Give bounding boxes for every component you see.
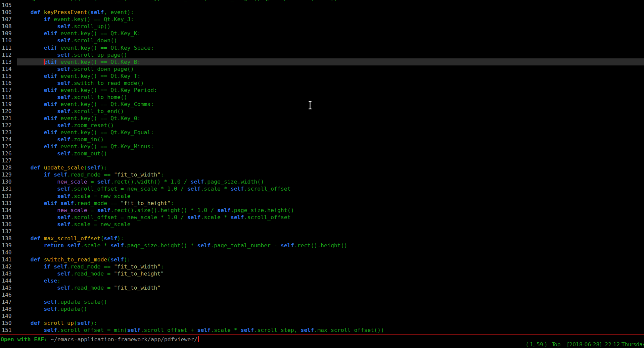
line-number: 144 bbox=[0, 277, 17, 284]
line-number: 143 bbox=[0, 270, 17, 277]
code-text: def scroll_up(self): bbox=[17, 320, 97, 326]
code-text: new_scale = self.rect().width() * 1.0 / … bbox=[17, 179, 264, 185]
code-line[interactable]: 149 bbox=[0, 312, 644, 319]
line-number: 145 bbox=[0, 284, 17, 291]
code-line[interactable]: 128 def update_scale(self): bbox=[0, 164, 644, 171]
code-line[interactable]: 138 def max_scroll_offset(self): bbox=[0, 235, 644, 242]
code-line[interactable]: 109 elif event.key() == Qt.Key_K: bbox=[0, 30, 644, 37]
minibuffer-cursor bbox=[198, 336, 199, 342]
code-line[interactable]: 117 elif event.key() == Qt.Key_Period: bbox=[0, 87, 644, 94]
line-number: 126 bbox=[0, 150, 17, 157]
line-number: 123 bbox=[0, 129, 17, 136]
code-line[interactable]: 124 self.zoom_in() bbox=[0, 136, 644, 143]
code-line[interactable]: 144 else: bbox=[0, 277, 644, 284]
code-line[interactable]: 106 def keyPressEvent(self, event): bbox=[0, 9, 644, 16]
line-number: 115 bbox=[0, 72, 17, 80]
code-text: if self.read_mode == "fit_to_width": bbox=[17, 263, 164, 270]
code-text: elif event.key() == Qt.Key_Period: bbox=[17, 87, 157, 93]
code-line[interactable]: 137 bbox=[0, 228, 644, 235]
code-line[interactable]: 114 self.scroll_down_page() bbox=[0, 65, 644, 72]
code-line[interactable]: 122 self.zoom_reset() bbox=[0, 122, 644, 129]
code-line[interactable]: 121 elif event.key() == Qt.Key_0: bbox=[0, 115, 644, 122]
line-number: 120 bbox=[0, 108, 17, 115]
line-number: 150 bbox=[0, 319, 17, 327]
line-number: 109 bbox=[0, 30, 17, 37]
code-text: self.update() bbox=[17, 306, 87, 312]
code-line[interactable]: 147 self.update_scale() bbox=[0, 298, 644, 305]
code-line[interactable]: 110 self.scroll_down() bbox=[0, 37, 644, 44]
line-number: 139 bbox=[0, 242, 17, 249]
code-line[interactable]: 145 self.read_mode = "fit_to_width" bbox=[0, 284, 644, 291]
code-text: def keyPressEvent(self, event): bbox=[17, 9, 134, 15]
minibuffer-prompt: Open with EAF: bbox=[1, 336, 51, 343]
code-line[interactable]: 125 elif event.key() == Qt.Key_Minus: bbox=[0, 143, 644, 150]
line-number: 140 bbox=[0, 249, 17, 256]
code-text: def update_scale(self): bbox=[17, 164, 107, 171]
code-text: self.scroll_offset = new_scale * 1.0 / s… bbox=[17, 214, 291, 220]
code-line[interactable]: 142 if self.read_mode == "fit_to_width": bbox=[0, 263, 644, 270]
code-line[interactable]: 148 self.update() bbox=[0, 305, 644, 312]
code-line[interactable]: 140 bbox=[0, 249, 644, 256]
code-line[interactable]: 105 bbox=[0, 2, 644, 9]
code-line[interactable]: 132 self.scale = new_scale bbox=[0, 193, 644, 200]
code-line[interactable]: 115 elif event.key() == Qt.Key_T: bbox=[0, 72, 644, 80]
code-text: return self.scale * self.page_size.heigh… bbox=[17, 242, 348, 249]
code-line[interactable]: 131 self.scroll_offset = new_scale * 1.0… bbox=[0, 185, 644, 192]
code-line[interactable]: 120 self.scroll_to_end() bbox=[0, 108, 644, 115]
code-line[interactable]: 141 def switch_to_read_mode(self): bbox=[0, 256, 644, 263]
line-number: 114 bbox=[0, 65, 17, 72]
code-line[interactable]: 133 elif self.read_mode == "fit_to_heigh… bbox=[0, 200, 644, 207]
code-line[interactable]: 146 bbox=[0, 291, 644, 298]
code-line[interactable]: 123 elif event.key() == Qt.Key_Equal: bbox=[0, 129, 644, 136]
code-text: self.zoom_in() bbox=[17, 136, 104, 143]
code-line[interactable]: 126 self.zoom_out() bbox=[0, 150, 644, 157]
line-number: 108 bbox=[0, 23, 17, 30]
code-line[interactable]: 108 self.scroll_up() bbox=[0, 23, 644, 30]
line-number: 134 bbox=[0, 207, 17, 214]
line-number: 118 bbox=[0, 94, 17, 101]
minibuffer-input[interactable]: ~/emacs-application-framework/app/pdfvie… bbox=[51, 336, 197, 343]
code-text: self.read_mode = "fit_to_width" bbox=[17, 285, 160, 291]
status-tray: ( 1, 59 ) Top [2018-06-28] 22:12 Thursda… bbox=[526, 342, 644, 348]
code-text: elif event.key() == Qt.Key_Minus: bbox=[17, 143, 154, 150]
code-line[interactable]: 119 elif event.key() == Qt.Key_Comma: bbox=[0, 101, 644, 108]
code-line[interactable]: 134 new_scale = self.rect().size().heigh… bbox=[0, 207, 644, 214]
code-text: def switch_to_read_mode(self): bbox=[17, 256, 131, 263]
code-text: self.scroll_to_end() bbox=[17, 108, 124, 114]
code-line[interactable]: 143 self.read_mode = "fit_to_height" bbox=[0, 270, 644, 277]
line-number: 137 bbox=[0, 228, 17, 235]
code-line[interactable]: 107 if event.key() == Qt.Key_J: bbox=[0, 16, 644, 23]
code-text: self.scale = new_scale bbox=[17, 221, 131, 228]
code-line[interactable]: 135 self.scroll_offset = new_scale * 1.0… bbox=[0, 214, 644, 221]
line-number: 136 bbox=[0, 221, 17, 228]
code-text: new_scale = self.rect().size().height() … bbox=[17, 207, 294, 213]
code-text: elif event.key() == Qt.Key_Space: bbox=[17, 45, 154, 51]
code-text: self.scroll_offset = new_scale * 1.0 / s… bbox=[17, 186, 291, 192]
line-number: 148 bbox=[0, 305, 17, 312]
code-line[interactable]: 112 self.scroll_up_page() bbox=[0, 51, 644, 58]
code-line[interactable]: 116 self.switch_to_read_mode() bbox=[0, 80, 644, 87]
code-line[interactable]: 130 new_scale = self.rect().width() * 1.… bbox=[0, 178, 644, 185]
code-line[interactable]: 111 elif event.key() == Qt.Key_Space: bbox=[0, 44, 644, 51]
code-text: self.zoom_out() bbox=[17, 150, 107, 157]
minibuffer[interactable]: Open with EAF: ~/emacs-application-frame… bbox=[1, 336, 199, 343]
code-line[interactable]: 129 if self.read_mode == "fit_to_width": bbox=[0, 171, 644, 178]
line-number: 113 bbox=[0, 58, 17, 65]
code-line[interactable]: 136 self.scale = new_scale bbox=[0, 221, 644, 228]
code-text: self.scale = new_scale bbox=[17, 193, 131, 199]
line-number: 116 bbox=[0, 80, 17, 87]
code-text: else: bbox=[17, 278, 60, 284]
code-line[interactable]: 151 self.scroll_offset = min(self.scroll… bbox=[0, 327, 644, 334]
code-text: elif event.key() == Qt.Key_0: bbox=[17, 115, 141, 121]
line-number: 149 bbox=[0, 312, 17, 319]
code-line[interactable]: 139 return self.scale * self.page_size.h… bbox=[0, 242, 644, 249]
editor-buffer[interactable]: 104 qp.drawPixmap(QRect(render_x, render… bbox=[0, 0, 644, 334]
modeline-rule bbox=[0, 334, 644, 335]
line-number: 122 bbox=[0, 122, 17, 129]
code-line[interactable]: 118 self.scroll_to_home() bbox=[0, 94, 644, 101]
code-text: self.scroll_up() bbox=[17, 23, 110, 30]
code-line[interactable]: 150 def scroll_up(self): bbox=[0, 319, 644, 327]
code-text: self.switch_to_read_mode() bbox=[17, 80, 144, 86]
code-line[interactable]: 113 elif event.key() == Qt.Key_B: bbox=[0, 58, 644, 65]
code-line[interactable]: 127 bbox=[0, 157, 644, 164]
